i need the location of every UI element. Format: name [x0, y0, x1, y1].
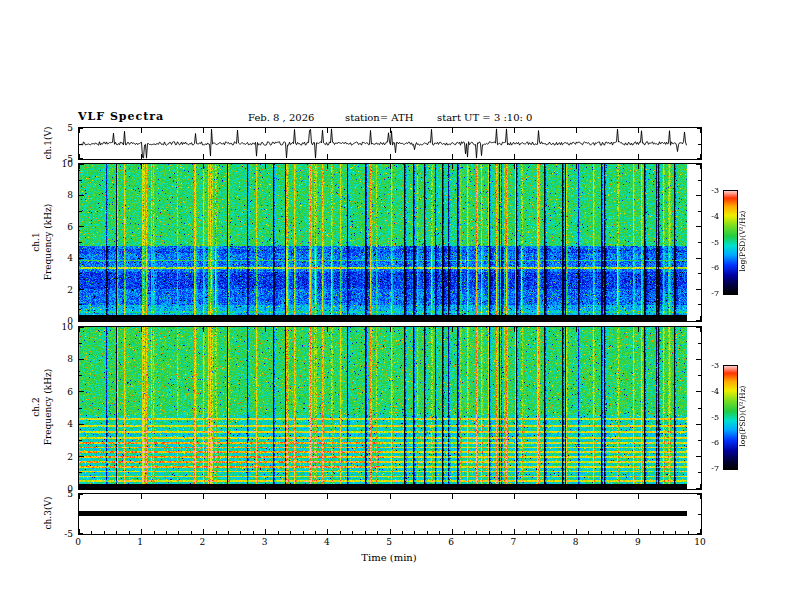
tick-label: 10 [62, 322, 73, 332]
tick-label: 5 [67, 489, 73, 499]
ch1-spectrogram-canvas [79, 164, 701, 321]
tick-label: 0 [75, 537, 81, 547]
ch1-spectrogram-freq-label: Frequency (kHz) [44, 204, 53, 281]
tick-label: 2 [67, 285, 73, 295]
ch3-voltage-ylabel: ch.3(V) [44, 497, 53, 530]
tick-label: 6 [67, 222, 73, 232]
tick-label: 9 [635, 537, 641, 547]
station-label: station= ATH [345, 112, 413, 123]
ch3-voltage-panel: 5-5 [78, 493, 702, 535]
tick-label: 3 [262, 537, 268, 547]
tick-label: -5 [711, 412, 719, 421]
tick-label: -6 [711, 438, 719, 447]
colorbar2-ticks: -3-4-5-6-7 [699, 365, 721, 468]
colorbar1-ticks: -3-4-5-6-7 [699, 190, 721, 293]
tick-label: 4 [67, 253, 73, 263]
tick-label: 1 [137, 537, 143, 547]
ch1-spectrogram-panel: 1086420 [78, 163, 702, 322]
tick-label: -7 [711, 464, 719, 473]
tick-label: -7 [711, 289, 719, 298]
ch2-spectrogram-canvas [79, 327, 701, 489]
x-axis-label: Time (min) [78, 552, 700, 563]
tick-label: -5 [64, 529, 73, 539]
tick-label: 4 [67, 419, 73, 429]
tick-label: -5 [711, 237, 719, 246]
x-tick-labels: 012345678910 [78, 537, 700, 549]
tick-label: -3 [711, 361, 719, 370]
tick-label: 4 [324, 537, 330, 547]
tick-label: 2 [200, 537, 206, 547]
colorbar1-label: log(PSD)(V²/Hz) [739, 210, 747, 271]
ch1-voltage-panel: 5-5 [78, 127, 702, 160]
tick-label: 8 [573, 537, 579, 547]
tick-label: 8 [67, 190, 73, 200]
tick-label: 5 [67, 123, 73, 133]
ch1-voltage-ylabel: ch.1(V) [44, 127, 53, 160]
ch2-spectrogram-panel: 1086420 [78, 326, 702, 490]
colorbar-gradient [724, 366, 737, 469]
colorbar-ch1 [723, 190, 738, 295]
tick-label: 6 [448, 537, 454, 547]
tick-label: 5 [386, 537, 392, 547]
page-title: VLF Spectra [78, 110, 164, 123]
tick-label: 10 [62, 159, 73, 169]
ch3-waveform-canvas [79, 494, 701, 534]
ch2-spectrogram-channel-label: ch.2 [32, 397, 41, 416]
tick-label: 6 [67, 387, 73, 397]
tick-label: 8 [67, 354, 73, 364]
tick-label: 7 [511, 537, 517, 547]
date-label: Feb. 8 , 2026 [248, 112, 314, 123]
colorbar-gradient [724, 191, 737, 294]
tick-label: 10 [694, 537, 705, 547]
ch1-spectrogram-channel-label: ch.1 [32, 232, 41, 251]
tick-label: -4 [711, 211, 719, 220]
colorbar2-label: log(PSD)(V²/Hz) [739, 385, 747, 446]
vlf-spectra-figure: VLF Spectra Feb. 8 , 2026 station= ATH s… [0, 0, 792, 612]
ch1-waveform-canvas [79, 128, 701, 159]
tick-label: -6 [711, 263, 719, 272]
colorbar-ch2 [723, 365, 738, 470]
tick-label: 2 [67, 452, 73, 462]
tick-label: -3 [711, 186, 719, 195]
tick-label: -4 [711, 386, 719, 395]
start-ut-label: start UT = 3 :10: 0 [437, 112, 532, 123]
ch2-spectrogram-freq-label: Frequency (kHz) [44, 369, 53, 446]
